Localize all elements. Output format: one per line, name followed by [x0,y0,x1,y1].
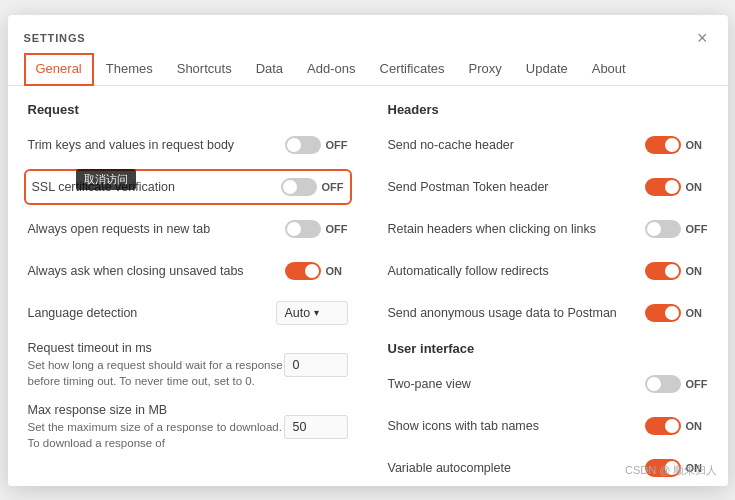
setting-row: Request timeout in msSet how long a requ… [28,341,348,389]
toggle-track[interactable] [285,262,321,280]
toggle-thumb [665,138,679,152]
setting-row: Send Postman Token headerON [388,173,708,201]
toggle-thumb [287,138,301,152]
toggle-thumb [287,222,301,236]
toggle-label: ON [686,462,708,474]
setting-label: SSL certificate verification [32,180,281,194]
toggle-thumb [665,180,679,194]
setting-label: Send Postman Token header [388,180,645,194]
setting-label: Language detection [28,306,276,320]
setting-row: Always open requests in new tabOFF [28,215,348,243]
left-column: Request Trim keys and values in request … [28,102,348,470]
toggle-thumb [665,306,679,320]
setting-label: Request timeout in ms [28,341,284,355]
toggle-track[interactable] [281,178,317,196]
setting-label: Send no-cache header [388,138,645,152]
tab-proxy[interactable]: Proxy [457,53,514,86]
toggle-track[interactable] [645,417,681,435]
setting-row: Retain headers when clicking on linksOFF [388,215,708,243]
toggle-label: ON [686,139,708,151]
toggle-label: OFF [322,181,344,193]
setting-sublabel: Set the maximum size of a response to do… [28,419,284,451]
setting-label: Max response size in MB [28,403,284,417]
tab-shortcuts[interactable]: Shortcuts [165,53,244,86]
toggle-thumb [665,419,679,433]
setting-row: Trim keys and values in request bodyOFF [28,131,348,159]
toggle-track[interactable] [285,220,321,238]
close-button[interactable]: × [693,27,712,49]
number-input[interactable] [284,415,348,439]
setting-label: Trim keys and values in request body [28,138,285,152]
tab-about[interactable]: About [580,53,638,86]
content-area: Request Trim keys and values in request … [8,86,728,486]
setting-row: Language detectionAuto▾ [28,299,348,327]
right-section-title-1: Headers [388,102,708,117]
setting-row: Send no-cache headerON [388,131,708,159]
setting-label: Variable autocomplete [388,461,645,475]
setting-row: Two-pane viewOFF [388,370,708,398]
toggle-thumb [665,461,679,475]
tab-certificates[interactable]: Certificates [368,53,457,86]
setting-label: Always open requests in new tab [28,222,285,236]
setting-label: Always ask when closing unsaved tabs [28,264,285,278]
select-value: Auto [285,306,311,320]
toggle-label: ON [686,265,708,277]
dialog-header: SETTINGS × [8,15,728,49]
toggle-track[interactable] [645,178,681,196]
left-section-title: Request [28,102,348,117]
toggle-track[interactable] [645,375,681,393]
toggle-track[interactable] [645,459,681,477]
toggle-thumb [665,264,679,278]
toggle-track[interactable] [645,136,681,154]
setting-row: Variable autocompleteON [388,454,708,482]
setting-label: Retain headers when clicking on links [388,222,645,236]
setting-label: Send anonymous usage data to Postman [388,306,645,320]
toggle-thumb [283,180,297,194]
tab-data[interactable]: Data [244,53,295,86]
settings-dialog: SETTINGS × GeneralThemesShortcutsDataAdd… [8,15,728,486]
tab-bar: GeneralThemesShortcutsDataAdd-onsCertifi… [8,53,728,86]
toggle-label: OFF [326,223,348,235]
setting-row: Automatically follow redirectsON [388,257,708,285]
setting-sublabel: Set how long a request should wait for a… [28,357,284,389]
chevron-down-icon: ▾ [314,307,319,318]
toggle-track[interactable] [645,262,681,280]
setting-row: Show icons with tab namesON [388,412,708,440]
select-input[interactable]: Auto▾ [276,301,348,325]
toggle-thumb [647,377,661,391]
right-section-title-2: User interface [388,341,708,356]
toggle-track[interactable] [645,304,681,322]
toggle-thumb [305,264,319,278]
toggle-track[interactable] [645,220,681,238]
setting-label: Automatically follow redirects [388,264,645,278]
toggle-label: ON [686,307,708,319]
setting-label: Show icons with tab names [388,419,645,433]
tab-themes[interactable]: Themes [94,53,165,86]
toggle-label: OFF [686,378,708,390]
toggle-thumb [647,222,661,236]
toggle-label: ON [326,265,348,277]
setting-row: Send anonymous usage data to PostmanON [388,299,708,327]
toggle-label: OFF [326,139,348,151]
tab-general[interactable]: General [24,53,94,86]
tab-update[interactable]: Update [514,53,580,86]
setting-row: SSL certificate verificationOFF [28,173,348,201]
toggle-label: ON [686,420,708,432]
setting-row: Always ask when closing unsaved tabsON [28,257,348,285]
dialog-title: SETTINGS [24,32,86,44]
toggle-label: OFF [686,223,708,235]
number-input[interactable] [284,353,348,377]
setting-label: Two-pane view [388,377,645,391]
toggle-label: ON [686,181,708,193]
tab-addons[interactable]: Add-ons [295,53,367,86]
right-column: Headers Send no-cache headerONSend Postm… [388,102,708,470]
toggle-track[interactable] [285,136,321,154]
setting-row: Max response size in MBSet the maximum s… [28,403,348,451]
